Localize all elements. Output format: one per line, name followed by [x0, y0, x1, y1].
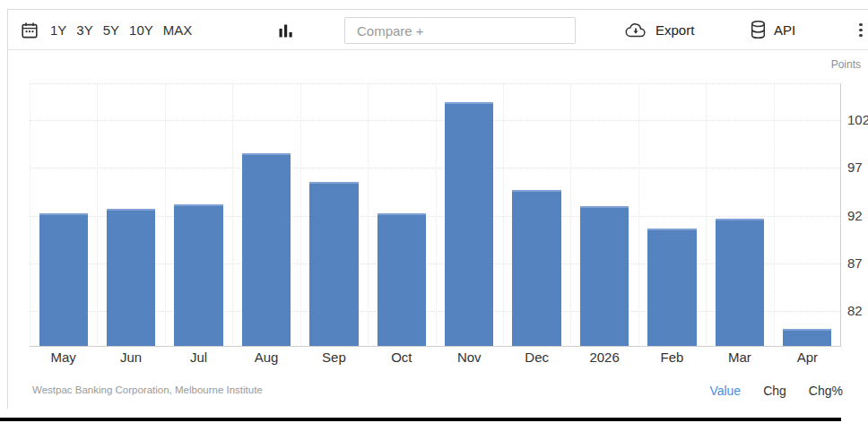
source-attribution: Westpac Banking Corporation, Melbourne I… — [32, 384, 263, 395]
y-tick-92: 92 — [847, 208, 863, 224]
chart-type-button[interactable] — [277, 10, 294, 50]
api-button[interactable]: API — [750, 20, 795, 40]
api-button-wrap: API — [750, 10, 795, 50]
range-button-5y[interactable]: 5Y — [103, 22, 119, 38]
chart-card: 1Y3Y5Y10YMAX Export — [7, 9, 868, 409]
footer-link-chg[interactable]: Chg — [763, 384, 786, 398]
x-label-Aug: Aug — [232, 350, 299, 365]
bar-Jul[interactable] — [174, 204, 222, 346]
vertical-gridline — [368, 83, 369, 346]
y-tick-97: 97 — [847, 160, 863, 176]
cloud-download-icon — [624, 22, 648, 39]
range-button-3y[interactable]: 3Y — [76, 22, 92, 38]
x-label-2026: 2026 — [570, 350, 638, 365]
x-label-Jul: Jul — [165, 350, 232, 365]
horizontal-gridline — [30, 120, 840, 121]
footer-series-links: ValueChgChg% — [709, 384, 843, 398]
bar-chart-plot — [30, 83, 841, 347]
export-button-wrap: Export — [624, 10, 694, 50]
bar-Mar[interactable] — [716, 219, 764, 346]
x-label-Oct: Oct — [368, 350, 435, 365]
range-button-10y[interactable]: 10Y — [129, 22, 153, 38]
bar-Sep[interactable] — [309, 182, 358, 346]
vertical-gridline — [706, 83, 707, 346]
y-axis-unit-label: Points — [831, 58, 861, 71]
calendar-icon — [21, 22, 39, 39]
bar-May[interactable] — [39, 213, 88, 346]
compare-input[interactable] — [344, 17, 576, 44]
vertical-gridline — [300, 83, 301, 346]
vertical-gridline — [232, 83, 233, 346]
vertical-gridline — [638, 83, 639, 346]
vertical-gridline — [436, 83, 437, 346]
x-label-Nov: Nov — [436, 350, 503, 365]
bottom-edge-strip — [0, 418, 841, 421]
chart-widget: 1Y3Y5Y10YMAX Export — [0, 0, 868, 423]
y-tick-102: 102 — [847, 112, 868, 128]
x-label-Jun: Jun — [97, 350, 164, 365]
x-label-May: May — [30, 350, 97, 365]
x-label-Sep: Sep — [300, 350, 368, 365]
export-button[interactable]: Export — [624, 22, 694, 39]
footer-link-chgpct[interactable]: Chg% — [809, 384, 843, 398]
x-label-Apr: Apr — [774, 350, 841, 365]
vertical-gridline — [30, 83, 30, 346]
bar-2026[interactable] — [580, 206, 629, 346]
kebab-menu-icon — [859, 23, 863, 38]
x-label-Dec: Dec — [503, 350, 570, 365]
x-axis-labels: MayJunJulAugSepOctNovDec2026FebMarApr — [30, 350, 841, 365]
bar-Dec[interactable] — [512, 190, 560, 346]
more-options-button[interactable] — [855, 10, 867, 50]
y-tick-87: 87 — [847, 255, 863, 272]
range-button-1y[interactable]: 1Y — [50, 22, 66, 38]
bar-Aug[interactable] — [242, 153, 291, 346]
api-label: API — [774, 22, 795, 38]
vertical-gridline — [570, 83, 571, 346]
toolbar: 1Y3Y5Y10YMAX Export — [8, 10, 868, 50]
bar-Feb[interactable] — [647, 229, 696, 346]
range-button-max[interactable]: MAX — [163, 22, 193, 38]
bar-Apr[interactable] — [783, 329, 831, 346]
bar-Jun[interactable] — [107, 209, 155, 346]
bar-chart-type-icon — [277, 22, 294, 39]
x-label-Mar: Mar — [706, 350, 773, 365]
vertical-gridline — [774, 83, 775, 346]
x-label-Feb: Feb — [638, 350, 706, 365]
y-tick-82: 82 — [847, 303, 863, 319]
footer-link-value[interactable]: Value — [709, 384, 741, 398]
export-label: Export — [655, 22, 694, 38]
calendar-button[interactable] — [21, 10, 39, 50]
database-icon — [750, 20, 767, 40]
plot-top-boundary — [30, 83, 840, 84]
bar-Nov[interactable] — [445, 102, 493, 346]
range-buttons: 1Y3Y5Y10YMAX — [50, 10, 192, 50]
vertical-gridline — [503, 83, 504, 346]
vertical-gridline — [97, 83, 98, 346]
bar-Oct[interactable] — [378, 213, 426, 346]
horizontal-gridline — [30, 168, 840, 168]
vertical-gridline — [165, 83, 166, 346]
